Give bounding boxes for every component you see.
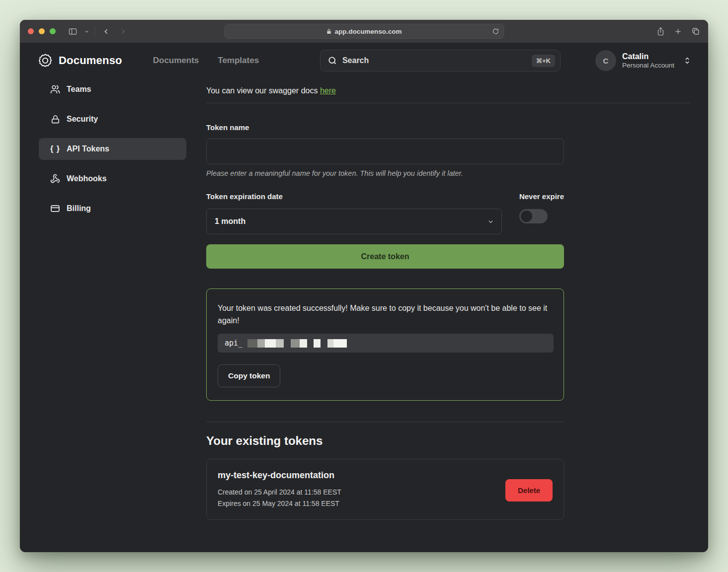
expiration-select[interactable]: 1 month: [206, 209, 502, 234]
app-header: Documenso Documents Templates ⌘+K C Cata…: [20, 43, 708, 78]
never-expire-toggle[interactable]: [519, 209, 548, 223]
token-name-input[interactable]: [206, 139, 564, 164]
existing-token-card: my-test-key-documentation Created on 25 …: [206, 459, 564, 520]
lock-icon: [326, 28, 331, 35]
token-card-name: my-test-key-documentation: [218, 470, 505, 481]
swagger-docs-prefix: You can view our swagger docs: [206, 86, 320, 95]
search-bar[interactable]: ⌘+K: [320, 50, 561, 72]
users-icon: [50, 84, 61, 94]
expiration-selected-value: 1 month: [215, 217, 245, 226]
user-name: Catalin: [622, 52, 674, 61]
sidebar-item-label: API Tokens: [67, 144, 109, 153]
existing-tokens-heading: Your existing tokens: [206, 434, 564, 448]
swagger-docs-link[interactable]: here: [320, 86, 336, 95]
copy-token-button[interactable]: Copy token: [218, 364, 280, 387]
never-expire-label: Never expire: [519, 192, 564, 201]
lock-icon: [50, 115, 61, 124]
sidebar-toggle-icon[interactable]: [66, 24, 80, 38]
sidebar-item-label: Teams: [67, 85, 91, 94]
new-tab-icon[interactable]: [674, 27, 682, 36]
nav-documents[interactable]: Documents: [153, 56, 199, 66]
section-divider: [206, 422, 564, 422]
url-text: app.documenso.com: [334, 28, 402, 35]
search-input[interactable]: [342, 56, 527, 65]
account-type: Personal Account: [622, 61, 674, 70]
token-redaction: [244, 339, 347, 348]
address-bar[interactable]: app.documenso.com: [224, 24, 504, 39]
sidebar-item-billing[interactable]: Billing: [39, 198, 186, 219]
brand[interactable]: Documenso: [38, 53, 122, 68]
toggle-knob: [521, 211, 532, 222]
traffic-lights: [28, 28, 56, 34]
token-value-field: api_: [218, 334, 554, 353]
avatar: C: [595, 50, 616, 71]
sidebar-item-label: Billing: [67, 204, 91, 213]
forward-icon[interactable]: [116, 24, 130, 38]
token-name-label: Token name: [206, 123, 564, 132]
token-card-created: Created on 25 April 2024 at 11:58 EEST: [218, 488, 505, 496]
share-icon[interactable]: [656, 27, 665, 36]
token-prefix: api_: [225, 339, 243, 348]
token-expiration-label: Token expiration date: [206, 192, 502, 201]
chevron-down-icon[interactable]: [82, 24, 90, 38]
token-created-alert: Your token was created successfully! Mak…: [206, 288, 564, 401]
refresh-icon[interactable]: [492, 28, 499, 35]
zoom-window-button[interactable]: [50, 28, 56, 34]
documenso-logo-icon: [38, 53, 53, 68]
sidebar-item-security[interactable]: Security: [39, 108, 186, 130]
token-name-helper: Please enter a meaningful name for your …: [206, 169, 564, 177]
webhook-icon: [50, 174, 61, 184]
toolbar-divider: [94, 27, 95, 36]
sidebar-item-label: Webhooks: [67, 174, 107, 183]
back-icon[interactable]: [99, 24, 113, 38]
token-card-expires: Expires on 25 May 2024 at 11:58 EEST: [218, 500, 505, 507]
token-created-message: Your token was created successfully! Mak…: [218, 302, 553, 327]
close-window-button[interactable]: [28, 28, 34, 34]
api-tokens-panel: You can view our swagger docs here Token…: [206, 78, 691, 552]
search-icon: [327, 56, 337, 66]
delete-token-button[interactable]: Delete: [505, 479, 553, 501]
browser-window: app.documenso.com Documenso Docum: [20, 20, 708, 552]
swagger-docs-text: You can view our swagger docs here: [206, 86, 691, 95]
credit-card-icon: [50, 204, 61, 214]
sidebar-item-label: Security: [67, 115, 98, 124]
minimize-window-button[interactable]: [39, 28, 45, 34]
browser-toolbar: app.documenso.com: [20, 20, 708, 43]
nav-templates[interactable]: Templates: [218, 56, 259, 66]
sidebar-item-teams[interactable]: Teams: [39, 78, 186, 100]
main-nav: Documents Templates: [153, 56, 259, 66]
sidebar-item-api-tokens[interactable]: { } API Tokens: [39, 138, 186, 160]
braces-icon: { }: [50, 144, 61, 153]
search-shortcut-badge: ⌘+K: [532, 55, 555, 67]
tabs-overview-icon[interactable]: [691, 27, 700, 36]
sidebar-item-webhooks[interactable]: Webhooks: [39, 168, 186, 190]
section-divider: [206, 103, 691, 103]
create-token-button[interactable]: Create token: [206, 244, 564, 269]
brand-name: Documenso: [59, 54, 122, 67]
account-menu[interactable]: C Catalin Personal Account: [595, 50, 691, 71]
chevrons-up-down-icon: [683, 57, 691, 65]
settings-sidebar: Teams Security { } API Tokens Webhooks: [20, 78, 186, 552]
chevron-down-icon: [487, 218, 494, 225]
